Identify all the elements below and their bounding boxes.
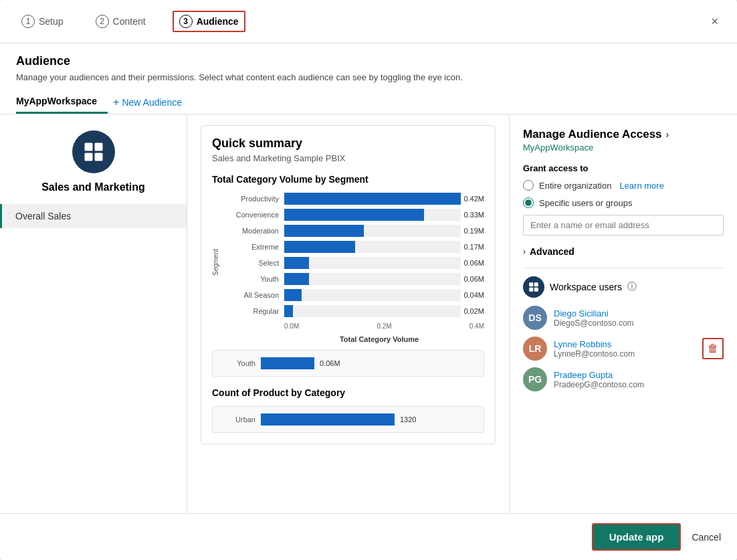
bar-label: Select	[222, 259, 279, 267]
bar-fill	[284, 273, 309, 285]
bar-row: All Season0.04M	[222, 289, 484, 301]
grant-label: Grant access to	[523, 163, 724, 173]
modal: 1 Setup 2 Content 3 Audience × Audience …	[0, 0, 737, 560]
bar-row: Regular0.02M	[222, 305, 484, 317]
svg-rect-4	[529, 282, 533, 286]
info-icon: ⓘ	[627, 281, 637, 293]
bar-value: 0.06M	[463, 259, 484, 267]
bar-label: Productivity	[222, 195, 279, 203]
cancel-button[interactable]: Cancel	[692, 532, 721, 543]
users-list: DSDiego SicilianiDiegoS@contoso.comLRLyn…	[523, 306, 724, 391]
app-icon-svg	[82, 140, 106, 164]
bar-row: Extreme0.17M	[222, 241, 484, 253]
bar-outer	[284, 305, 461, 317]
step-circle-audience: 3	[179, 15, 193, 28]
bar-outer	[284, 257, 461, 269]
svg-rect-2	[84, 153, 92, 161]
update-app-button[interactable]: Update app	[592, 523, 681, 551]
user-info: Diego SicilianiDiegoS@contoso.com	[554, 308, 724, 328]
tick-1: 0.2M	[351, 322, 418, 330]
user-name: Pradeep Gupta	[554, 370, 724, 380]
chart2-bar-fill	[261, 413, 395, 426]
bar-row: Productivity0.42M	[222, 193, 484, 205]
svg-rect-1	[94, 143, 102, 151]
bar-row: Select0.06M	[222, 257, 484, 269]
bar-label: Convenience	[222, 211, 279, 219]
tab-new-audience[interactable]: + New Audience	[113, 91, 182, 114]
workspace-users-row: Workspace users ⓘ	[523, 276, 724, 298]
bar-outer	[284, 241, 461, 253]
user-email: LynneR@contoso.com	[554, 349, 696, 359]
bar-outer	[284, 273, 461, 285]
app-icon	[72, 130, 115, 173]
user-avatar: DS	[523, 306, 547, 330]
chart2-bar-label: Urban	[222, 415, 255, 424]
mini-bar-val: 0.06M	[320, 359, 340, 367]
x-axis-title: Total Category Volume	[274, 335, 484, 343]
learn-more-link[interactable]: Learn more	[619, 181, 663, 191]
user-info: Pradeep GuptaPradeepG@contoso.com	[554, 370, 724, 389]
radio-entire-org[interactable]: Entire organization Learn more	[523, 180, 724, 191]
bar-row: Convenience0.33M	[222, 209, 484, 221]
user-avatar: LR	[523, 337, 547, 361]
chart2-bar-val: 1320	[400, 415, 416, 424]
radio-specific-users[interactable]: Specific users or groups	[523, 197, 724, 208]
svg-rect-6	[529, 288, 533, 292]
center-panel: Quick summary Sales and Marketing Sample…	[187, 114, 510, 513]
user-row: LRLynne RobbinsLynneR@contoso.com🗑	[523, 337, 724, 361]
mini-bar-row: Youth 0.06M	[222, 357, 474, 369]
chart1-area: Segment Productivity0.42MConvenience0.33…	[212, 193, 484, 333]
tabs-bar: MyAppWorkspace + New Audience	[0, 90, 737, 114]
tick-2: 0.4M	[417, 322, 484, 330]
manage-title: Manage Audience Access ›	[523, 128, 724, 141]
delete-user-button[interactable]: 🗑	[702, 338, 724, 359]
workspace-users-label: Workspace users	[550, 282, 622, 292]
step-setup[interactable]: 1 Setup	[16, 12, 69, 31]
section-description: Manage your audiences and their permissi…	[16, 72, 721, 82]
bar-fill	[284, 209, 424, 221]
step-label-setup: Setup	[39, 16, 64, 27]
svg-rect-7	[534, 288, 538, 292]
bar-fill	[284, 193, 461, 205]
bar-row: Moderation0.19M	[222, 225, 484, 237]
divider	[523, 268, 724, 268]
advanced-chevron-icon: ›	[523, 247, 526, 256]
bar-label: Youth	[222, 275, 279, 283]
workspace-icon	[523, 276, 544, 298]
right-panel: Manage Audience Access › MyAppWorkspace …	[510, 114, 737, 513]
nav-item-overall-sales[interactable]: Overall Sales	[0, 204, 187, 228]
bar-chart: Productivity0.42MConvenience0.33MModerat…	[222, 193, 484, 317]
mini-bar-fill	[261, 357, 314, 369]
email-input[interactable]	[523, 215, 724, 236]
svg-rect-3	[94, 153, 102, 161]
app-name: Sales and Marketing	[41, 181, 145, 193]
advanced-toggle[interactable]: › Advanced	[523, 246, 724, 257]
step-label-content: Content	[113, 16, 146, 27]
main-content: Sales and Marketing Overall Sales Quick …	[0, 114, 737, 513]
step-audience[interactable]: 3 Audience	[173, 11, 245, 32]
user-row: PGPradeep GuptaPradeepG@contoso.com	[523, 367, 724, 391]
user-row: DSDiego SicilianiDiegoS@contoso.com	[523, 306, 724, 330]
bar-row: Youth0.06M	[222, 273, 484, 285]
specific-users-label: Specific users or groups	[539, 198, 632, 208]
radio-entire-org-input[interactable]	[523, 180, 534, 191]
section-title: Audience	[16, 54, 721, 68]
step-content[interactable]: 2 Content	[90, 12, 151, 31]
mini-bar-section: Youth 0.06M	[212, 350, 484, 377]
svg-rect-0	[84, 143, 92, 151]
section-title-area: Audience Manage your audiences and their…	[0, 43, 737, 85]
mini-bar-label: Youth	[222, 359, 255, 367]
chart1-inner: Productivity0.42MConvenience0.33MModerat…	[222, 193, 484, 333]
chart1-title: Total Category Volume by Segment	[212, 174, 484, 185]
svg-rect-5	[534, 282, 538, 286]
preview-card: Quick summary Sales and Marketing Sample…	[201, 125, 496, 444]
preview-subtitle: Sales and Marketing Sample PBIX	[212, 153, 484, 163]
tab-myappworkspace[interactable]: MyAppWorkspace	[16, 90, 108, 114]
chart2-title: Count of Product by Category	[212, 387, 484, 398]
bar-fill	[284, 225, 364, 237]
chart2-bar-row: Urban 1320	[222, 413, 474, 426]
close-button[interactable]: ×	[708, 12, 721, 31]
bar-label: Extreme	[222, 243, 279, 251]
radio-specific-users-input[interactable]	[523, 197, 534, 208]
bar-value: 0.02M	[463, 307, 484, 315]
